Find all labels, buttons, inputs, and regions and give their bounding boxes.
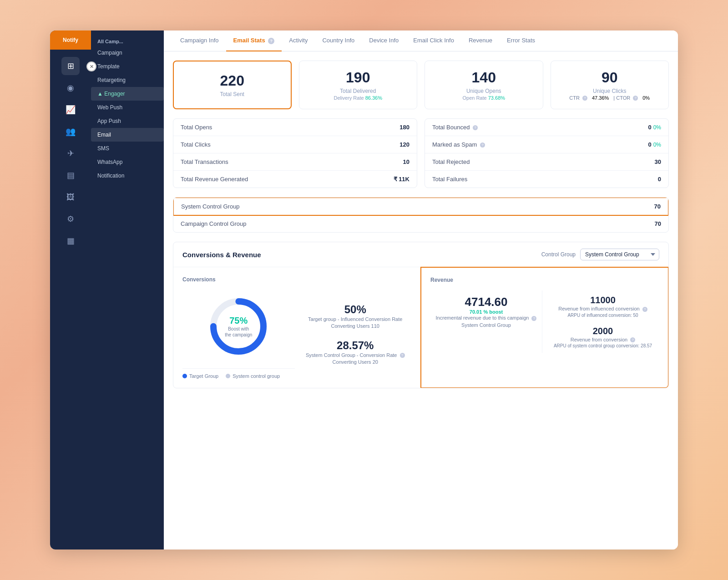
conv-inner: 75% Boost withthe campaign Target Group: [182, 290, 411, 379]
ctr-label: CTR ?: [569, 95, 587, 101]
sidebar-icon-send[interactable]: ✈: [61, 144, 80, 163]
cg-label: Control Group: [541, 251, 576, 258]
open-rate-value: 73.68%: [488, 95, 505, 101]
sidebar-icon-layers[interactable]: ▦: [61, 232, 80, 250]
sidebar: Notify ⊞ ◉ 📈 👥 ✈ ▤ 🖼 ⚙ ▦: [50, 31, 91, 549]
incremental-group: System Control Group: [435, 322, 537, 329]
donut-sub: Boost withthe campaign: [225, 326, 252, 338]
left-nav-whatsapp[interactable]: WhatsApp: [91, 155, 164, 169]
ctor-value: 0%: [642, 95, 650, 101]
unique-opens-number: 140: [472, 69, 496, 86]
campaign-control-group-label: Campaign Control Group: [181, 220, 247, 227]
total-clicks-row: Total Clicks 120: [173, 136, 417, 153]
sidebar-icon-eye[interactable]: ◉: [61, 79, 80, 97]
system-converting: Converting Users 20: [299, 359, 412, 366]
target-converting: Converting Users 110: [299, 323, 412, 330]
conv-panel: Conversions: [173, 267, 421, 388]
target-pct: 50%: [299, 303, 412, 316]
tab-email-click-info[interactable]: Email Click Info: [406, 31, 461, 51]
left-nav: All Camp... Campaign Template Retargetin…: [91, 31, 164, 549]
total-delivered-label: Total Delivered: [340, 88, 376, 94]
unique-clicks-label: Unique Clicks: [593, 88, 626, 94]
rev-panel: Revenue 4714.60 70.01 % boost Incrementa…: [420, 267, 669, 388]
total-opens-label: Total Opens: [181, 124, 212, 131]
legend-system: System control group: [226, 373, 280, 379]
sidebar-icon-image[interactable]: 🖼: [61, 188, 80, 206]
donut-pct: 75%: [225, 315, 252, 326]
incremental-boost: 70.01 % boost: [435, 309, 537, 315]
donut-wrapper: 75% Boost withthe campaign Target Group: [182, 290, 295, 379]
incremental-metric: 4714.60 70.01 % boost Incremental revenu…: [430, 290, 542, 353]
legend-target-label: Target Group: [189, 373, 218, 379]
cg-select[interactable]: System Control Group Campaign Control Gr…: [580, 249, 659, 260]
stats-table-row: Total Opens 180 Total Clicks 120 Total T…: [173, 118, 669, 188]
left-nav-title: All Camp...: [91, 35, 164, 46]
stats-content: 220 Total Sent 190 Total Delivered Deliv…: [164, 51, 678, 549]
sidebar-icon-chart[interactable]: 📈: [61, 101, 80, 119]
ctr-value: 47.36%: [592, 95, 609, 101]
tab-revenue[interactable]: Revenue: [461, 31, 500, 51]
influenced-metric: 11000 Revenue from influenced conversion…: [547, 290, 659, 353]
tab-email-stats[interactable]: Email Stats ?: [226, 31, 282, 51]
donut-center: 75% Boost withthe campaign: [225, 315, 252, 338]
control-group-selector: Control Group System Control Group Campa…: [541, 249, 659, 260]
total-revenue-value: ₹ 11K: [394, 176, 410, 183]
sidebar-icon-table[interactable]: ▤: [61, 166, 80, 184]
total-revenue-label: Total Revenue Generated: [181, 176, 248, 183]
left-nav-retargeting[interactable]: Retargeting: [91, 73, 164, 87]
control-group-section: System Control Group 70 Campaign Control…: [173, 197, 669, 233]
tab-device-info[interactable]: Device Info: [362, 31, 406, 51]
marked-spam-value: 00%: [648, 141, 661, 148]
total-bounced-value: 00%: [648, 124, 661, 131]
tab-campaign-info[interactable]: Campaign Info: [173, 31, 226, 51]
total-transactions-label: Total Transactions: [181, 158, 228, 165]
tab-country-info[interactable]: Country Info: [315, 31, 362, 51]
legend-system-label: System control group: [233, 373, 280, 379]
system-control-group-row: System Control Group 70: [173, 197, 669, 216]
ctor-label: | CTOR ?: [613, 95, 638, 101]
arpu-system: ARPU of system control group conversion:…: [551, 343, 654, 348]
system-desc: System Control Group - Conversion Rate ?: [299, 352, 412, 359]
tab-error-stats[interactable]: Error Stats: [500, 31, 542, 51]
influenced-value: 11000: [551, 295, 654, 305]
total-failures-value: 0: [658, 176, 661, 183]
conv-rev-body: Conversions: [173, 267, 668, 388]
left-nav-template[interactable]: Template: [91, 60, 164, 73]
left-nav-webpush[interactable]: Web Push: [91, 101, 164, 114]
total-failures-row: Total Failures 0: [425, 171, 668, 188]
sidebar-icon-grid[interactable]: ⊞: [61, 57, 80, 75]
marked-spam-label: Marked as Spam ?: [432, 141, 485, 148]
tab-activity[interactable]: Activity: [282, 31, 315, 51]
left-nav-email[interactable]: Email: [91, 128, 164, 142]
stat-card-unique-clicks: 90 Unique Clicks CTR ? 47.36% | CTOR ? 0…: [551, 61, 669, 110]
total-bounced-row: Total Bounced ? 00%: [425, 119, 668, 136]
logo-text: Notify: [63, 37, 78, 43]
legend-target: Target Group: [182, 373, 218, 379]
stat-card-unique-opens: 140 Unique Opens Open Rate 73.68%: [425, 61, 543, 110]
left-nav-notification[interactable]: Notification: [91, 169, 164, 183]
total-opens-value: 180: [399, 124, 410, 131]
left-nav-apppush[interactable]: App Push: [91, 114, 164, 128]
total-transactions-value: 10: [403, 158, 410, 165]
sidebar-icon-users[interactable]: 👥: [61, 122, 80, 141]
incremental-desc: Incremental revenue due to this campaign…: [435, 315, 537, 321]
total-sent-label: Total Sent: [220, 91, 244, 97]
sidebar-icons: ⊞ ◉ 📈 👥 ✈ ▤ 🖼 ⚙ ▦: [50, 50, 91, 250]
close-button[interactable]: ✕: [86, 61, 96, 71]
left-nav-sms[interactable]: SMS: [91, 142, 164, 155]
email-stats-question-icon: ?: [268, 38, 274, 44]
conv-rev-title: Conversions & Revenue: [182, 251, 261, 259]
total-revenue-row: Total Revenue Generated ₹ 11K: [173, 171, 417, 188]
campaign-control-group-row: Campaign Control Group 70: [173, 215, 668, 232]
from-conversion-value: 2000: [551, 326, 654, 336]
system-pct: 28.57%: [299, 339, 412, 352]
total-transactions-row: Total Transactions 10: [173, 153, 417, 171]
left-nav-campaign[interactable]: Campaign: [91, 46, 164, 60]
sidebar-icon-gear[interactable]: ⚙: [61, 210, 80, 228]
total-opens-row: Total Opens 180: [173, 119, 417, 136]
left-stats-list: Total Opens 180 Total Clicks 120 Total T…: [173, 118, 417, 188]
rev-panel-label: Revenue: [430, 277, 659, 283]
influenced-desc: Revenue from influenced conversion ?: [551, 305, 654, 312]
legend-target-dot: [182, 374, 187, 378]
left-nav-engager[interactable]: ▲ Engager: [91, 87, 164, 101]
